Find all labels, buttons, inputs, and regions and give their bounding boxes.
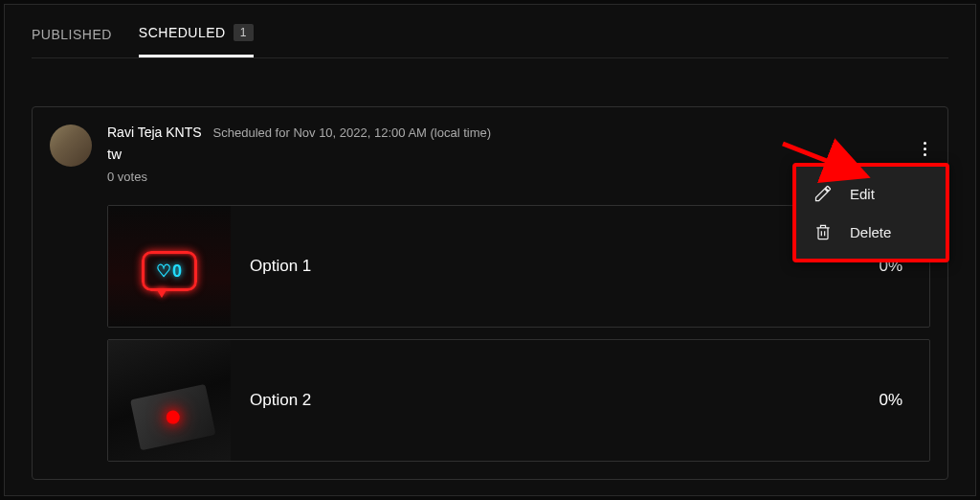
tabs-bar: PUBLISHED SCHEDULED 1 <box>32 24 948 58</box>
option-label: Option 2 <box>250 391 859 410</box>
poll-option[interactable]: Option 2 0% <box>107 339 930 462</box>
tab-label: PUBLISHED <box>32 27 112 42</box>
tab-published[interactable]: PUBLISHED <box>32 24 112 57</box>
post-card: Ravi Teja KNTS Scheduled for Nov 10, 202… <box>32 106 948 480</box>
menu-item-delete[interactable]: Delete <box>796 213 946 251</box>
avatar <box>50 125 92 167</box>
post-title: tw <box>107 146 491 162</box>
scheduled-count-badge: 1 <box>234 24 254 41</box>
vote-count: 0 votes <box>107 170 491 184</box>
option-thumbnail <box>108 339 231 462</box>
schedule-text: Scheduled for Nov 10, 2022, 12:00 AM (lo… <box>213 125 492 140</box>
menu-label: Delete <box>850 224 891 240</box>
option-thumbnail: ♡0 <box>108 205 231 328</box>
pencil-icon <box>813 184 833 203</box>
more-vert-icon <box>924 142 926 156</box>
more-options-button[interactable] <box>918 136 932 162</box>
tab-scheduled[interactable]: SCHEDULED 1 <box>139 24 254 57</box>
context-menu: Edit Delete <box>792 163 949 262</box>
menu-label: Edit <box>850 186 875 202</box>
author-name: Ravi Teja KNTS <box>107 125 202 140</box>
trash-icon <box>813 222 833 241</box>
neon-text: ♡0 <box>156 261 183 282</box>
tab-label: SCHEDULED <box>139 25 226 40</box>
option-label: Option 1 <box>250 257 859 276</box>
option-percentage: 0% <box>879 391 902 410</box>
menu-item-edit[interactable]: Edit <box>796 174 946 213</box>
